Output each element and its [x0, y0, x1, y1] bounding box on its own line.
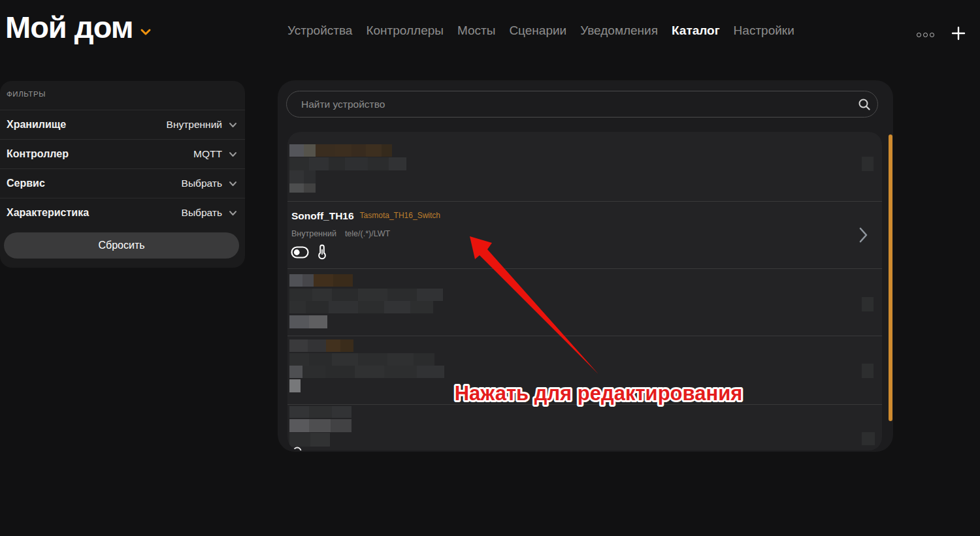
- blurred-device-row-2: [312, 289, 332, 301]
- blurred-device-row-1: [289, 170, 304, 183]
- blurred-device-row-3: [302, 366, 325, 378]
- row-divider: [287, 404, 882, 405]
- dot: [923, 33, 928, 37]
- blurred-device-row-1: [304, 144, 316, 157]
- blurred-device-row-3: [309, 353, 332, 366]
- blurred-device-row-3: [417, 366, 444, 378]
- filter-value-dropdown[interactable]: Внутренний: [167, 119, 237, 131]
- add-button[interactable]: [951, 26, 966, 40]
- blurred-device-row-1: [329, 157, 345, 170]
- filter-label: Хранилище: [7, 119, 66, 131]
- filter-value-dropdown[interactable]: Выбрать: [182, 178, 237, 189]
- filter-label: Сервис: [7, 178, 45, 189]
- clipped-toggle-icon: [293, 446, 302, 450]
- nav-item-scenarios[interactable]: Сценарии: [509, 24, 566, 38]
- blurred-device-row-3: [326, 339, 340, 352]
- blurred-device-row-2: [862, 297, 874, 311]
- blurred-device-row-3: [289, 353, 309, 366]
- blurred-device-row-1: [368, 157, 389, 170]
- scrollbar-thumb[interactable]: [889, 134, 892, 421]
- blurred-device-row-3: [414, 353, 434, 366]
- blurred-device-row-3: [308, 339, 326, 352]
- nav-item-controllers[interactable]: Контроллеры: [366, 24, 444, 38]
- blurred-device-row-2: [417, 289, 443, 301]
- filter-row-service[interactable]: СервисВыбрать: [0, 168, 245, 198]
- blurred-device-row-3: [358, 353, 387, 366]
- blurred-device-row-3: [862, 364, 874, 378]
- filters-panel: ФИЛЬТРЫ ХранилищеВнутреннийКонтроллерMQT…: [0, 81, 245, 268]
- blurred-device-row-2: [410, 301, 433, 313]
- blurred-device-row-1: [345, 157, 368, 170]
- blurred-device-row-3: [325, 366, 355, 378]
- blurred-device-row-2: [358, 289, 387, 301]
- blurred-device-row-4: [332, 406, 351, 418]
- blurred-device-row-1: [289, 157, 309, 170]
- blurred-device-row-2: [289, 301, 306, 313]
- blurred-device-row-2: [387, 289, 417, 301]
- filter-value-dropdown[interactable]: MQTT: [193, 148, 237, 160]
- blurred-device-row-2: [289, 274, 302, 287]
- blurred-device-row-4: [309, 406, 332, 418]
- device-tag: Tasmota_TH16_Switch: [360, 210, 440, 220]
- dot: [930, 33, 934, 37]
- chevron-down-icon: [229, 122, 237, 128]
- blurred-device-row-4: [289, 406, 309, 418]
- blurred-device-row-4: [289, 419, 309, 432]
- device-storage: Внутренний: [291, 229, 336, 238]
- blurred-device-row-2: [358, 301, 384, 313]
- filter-row-controller[interactable]: КонтроллерMQTT: [0, 139, 245, 168]
- more-options-icon[interactable]: [917, 30, 934, 37]
- filters-title: ФИЛЬТРЫ: [7, 90, 46, 98]
- blurred-device-row-2: [306, 301, 329, 313]
- blurred-device-row-4: [862, 432, 875, 445]
- filter-value-dropdown[interactable]: Выбрать: [182, 207, 237, 219]
- filter-value: Внутренний: [167, 119, 222, 131]
- blurred-device-row-3: [384, 366, 417, 378]
- blurred-device-row-1: [335, 144, 351, 157]
- device-title-line: Sonoff_TH16 Tasmota_TH16_Switch: [291, 210, 440, 222]
- nav-item-devices[interactable]: Устройства: [287, 24, 352, 38]
- filter-label: Характеристика: [7, 207, 89, 219]
- nav-item-bridges[interactable]: Мосты: [457, 24, 495, 38]
- filter-row-storage[interactable]: ХранилищеВнутренний: [0, 110, 245, 139]
- device-row-sonoff[interactable]: Sonoff_TH16 Tasmota_TH16_Switch Внутренн…: [287, 202, 882, 268]
- device-subtitle: Внутренний tele/(.*)/LWT: [291, 229, 390, 238]
- blurred-device-row-1: [382, 144, 392, 157]
- chevron-down-icon: [229, 181, 237, 187]
- search-input[interactable]: [286, 91, 878, 118]
- nav-item-notifications[interactable]: Уведомления: [580, 24, 658, 38]
- blurred-device-row-3: [340, 339, 353, 352]
- blurred-device-row-2: [384, 301, 410, 313]
- toggle-icon: [291, 246, 309, 259]
- blurred-device-row-1: [289, 183, 304, 193]
- chevron-down-icon: [229, 210, 237, 216]
- thermometer-icon: [318, 244, 327, 260]
- chevron-down-icon: [140, 28, 152, 36]
- blurred-device-row-4: [310, 433, 330, 447]
- chevron-down-icon: [229, 151, 237, 157]
- blurred-device-row-1: [351, 144, 366, 157]
- blurred-device-row-2: [332, 289, 358, 301]
- blurred-device-row-1: [304, 183, 316, 193]
- nav-item-settings[interactable]: Настройки: [734, 24, 794, 38]
- search-icon[interactable]: [858, 98, 871, 111]
- filter-row-characteristic[interactable]: ХарактеристикаВыбрать: [0, 198, 245, 227]
- blurred-device-row-3: [289, 379, 301, 392]
- blurred-device-row-1: [289, 144, 304, 157]
- reset-filters-button[interactable]: Сбросить: [4, 232, 239, 259]
- blurred-device-row-1: [316, 144, 335, 157]
- row-divider: [287, 268, 882, 269]
- header-actions: [917, 26, 966, 40]
- blurred-device-row-1: [304, 170, 316, 183]
- blurred-device-row-2: [314, 274, 333, 287]
- nav-item-catalog[interactable]: Каталог: [672, 24, 720, 38]
- dot: [917, 33, 921, 37]
- device-list: Sonoff_TH16 Tasmota_TH16_Switch Внутренн…: [287, 132, 882, 450]
- blurred-device-row-2: [289, 315, 309, 328]
- filter-value: Выбрать: [182, 178, 222, 189]
- blurred-device-row-2: [333, 274, 353, 287]
- device-name: Sonoff_TH16: [291, 210, 354, 222]
- blurred-device-row-2: [309, 315, 327, 328]
- app-logo[interactable]: Мой дом: [5, 9, 152, 45]
- blurred-device-row-3: [289, 339, 308, 352]
